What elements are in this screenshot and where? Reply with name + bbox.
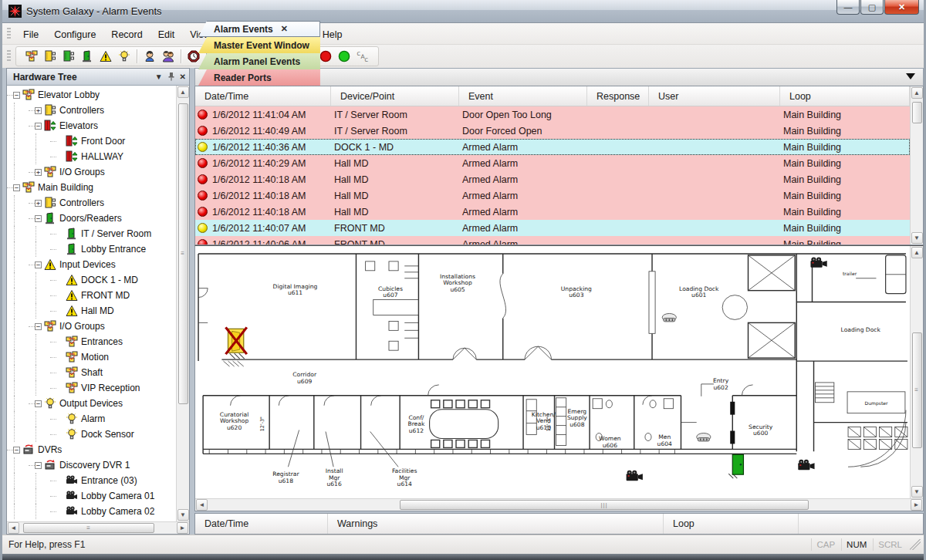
menu-edit[interactable]: Edit	[150, 26, 183, 43]
tree-expander-icon[interactable]: +	[35, 107, 42, 114]
alarm-door-icon[interactable]	[225, 327, 246, 359]
floorplan-horizontal-scrollbar[interactable]: ◄ ||| ►	[195, 498, 923, 511]
event-row[interactable]: 1/6/2012 11:40:29 AMHall MDArmed AlarmMa…	[195, 155, 910, 171]
tree-item-entrances[interactable]: Entrances	[7, 334, 176, 349]
output-bulb-icon[interactable]	[115, 48, 133, 65]
pin-icon[interactable]	[167, 72, 175, 83]
io-groups-icon[interactable]	[22, 48, 41, 65]
warnings-col-warnings[interactable]: Warnings	[328, 514, 664, 534]
event-row[interactable]: 1/6/2012 11:40:49 AMIT / Server RoomDoor…	[195, 123, 910, 139]
event-row[interactable]: 1/6/2012 11:40:07 AMFRONT MDArmed AlarmM…	[195, 220, 910, 236]
controller-green-icon[interactable]	[59, 48, 78, 65]
camera-icon[interactable]	[627, 471, 643, 481]
events-col-device-point[interactable]: Device/Point	[331, 86, 459, 106]
tree-item-elevators[interactable]: −Elevators	[7, 118, 176, 133]
camera-icon[interactable]	[810, 257, 826, 267]
tree-expander-icon[interactable]: +	[35, 169, 42, 176]
tree-expander-icon[interactable]: −	[35, 215, 42, 222]
camera-icon[interactable]	[798, 460, 814, 470]
tree-expander-icon[interactable]: −	[35, 261, 42, 268]
warnings-col-loop[interactable]: Loop	[664, 514, 799, 534]
minimize-button[interactable]: —	[836, 0, 860, 15]
tree-vertical-scrollbar[interactable]: ▲ ≡ ▼	[176, 86, 189, 521]
tab-close-icon[interactable]: ✕	[281, 24, 288, 34]
tree-item-main-building[interactable]: −Main Building	[7, 180, 176, 195]
scroll-up-icon[interactable]: ▲	[911, 87, 923, 99]
tree-expander-icon[interactable]: −	[35, 123, 42, 130]
event-row[interactable]: 1/6/2012 11:40:18 AMHall MDArmed AlarmMa…	[195, 171, 910, 187]
floorplan-drawing[interactable]: Digital Imagingu611Cubiclesu607Installat…	[195, 246, 910, 498]
tab-master-event-window[interactable]: Master Event Window	[198, 37, 320, 53]
cac-icon[interactable]: CAC	[353, 48, 372, 65]
scroll-down-icon[interactable]: ▼	[911, 232, 923, 244]
tree-item-shaft[interactable]: Shaft	[7, 365, 176, 380]
event-row[interactable]: 1/6/2012 11:40:36 AMDOCK 1 - MDArmed Ala…	[195, 139, 910, 155]
scroll-left-icon[interactable]: ◄	[196, 499, 208, 511]
tree-item-dock-1-md[interactable]: DOCK 1 - MD	[7, 272, 176, 288]
event-row[interactable]: 1/6/2012 11:40:18 AMHall MDArmed AlarmMa…	[195, 204, 910, 220]
tree-horizontal-scrollbar[interactable]: ◄ ≡ ►	[7, 521, 189, 534]
close-icon[interactable]: ✕	[180, 73, 186, 81]
tree-item-i-o-groups[interactable]: +I/O Groups	[7, 164, 176, 180]
scroll-down-icon[interactable]: ▼	[177, 509, 189, 521]
tree-item-discovery-dvr-1[interactable]: −Discovery DVR 1	[7, 457, 176, 473]
chevron-down-icon[interactable]: ▼	[155, 73, 163, 81]
operators-icon[interactable]	[159, 48, 177, 65]
events-vertical-scrollbar[interactable]: ▲ ▼	[910, 86, 923, 245]
tree-scrollbar-thumb[interactable]: ≡	[178, 103, 188, 404]
tree-item-entrance-03[interactable]: Entrance (03)	[7, 473, 176, 488]
tree-expander-icon[interactable]: −	[35, 462, 42, 469]
tree-expander-icon[interactable]: −	[35, 400, 42, 407]
tree-item-input-devices[interactable]: −Input Devices	[7, 257, 176, 272]
scroll-right-icon[interactable]: ►	[177, 522, 188, 534]
event-row[interactable]: 1/6/2012 11:40:06 AMFRONT MDArmed AlarmM…	[195, 236, 910, 245]
tree-item-controllers[interactable]: +Controllers	[7, 195, 176, 211]
resize-grip-icon[interactable]	[910, 539, 921, 550]
smoke-icon[interactable]	[697, 433, 711, 441]
controller-yellow-icon[interactable]	[41, 48, 59, 65]
floorplan-vscrollbar-thumb[interactable]: ≡	[912, 332, 922, 448]
tree-item-i-o-groups[interactable]: −I/O Groups	[7, 319, 176, 334]
tree-expander-icon[interactable]: +	[35, 200, 42, 207]
tree-expander-icon[interactable]: −	[13, 92, 20, 99]
tree-hscrollbar-thumb[interactable]: ≡	[23, 523, 154, 533]
events-col-loop[interactable]: Loop	[780, 86, 910, 106]
tree-item-lobby-entrance[interactable]: Lobby Entrance	[7, 241, 176, 257]
tree-item-output-devices[interactable]: −Output Devices	[7, 396, 176, 411]
restore-button[interactable]: ▢	[860, 0, 884, 15]
tree-expander-icon[interactable]: −	[13, 184, 20, 191]
tree-item-vip-reception[interactable]: VIP Reception	[7, 380, 176, 396]
tree-item-lobby-camera-01[interactable]: Lobby Camera 01	[7, 488, 176, 504]
menu-configure[interactable]: Configure	[46, 26, 103, 43]
tree-item-motion[interactable]: Motion	[7, 349, 176, 365]
input-warning-icon[interactable]	[96, 48, 115, 65]
tree-expander-icon[interactable]: −	[35, 323, 42, 330]
scroll-up-icon[interactable]: ▲	[177, 86, 189, 98]
tree-item-front-door[interactable]: Front Door	[7, 133, 176, 149]
tree-item-controllers[interactable]: +Controllers	[7, 103, 176, 118]
floorplan-vertical-scrollbar[interactable]: ▲ ≡ ▼	[910, 246, 923, 498]
go-icon[interactable]	[335, 48, 353, 65]
tree-item-hall-md[interactable]: Hall MD	[7, 303, 176, 319]
tree-item-doors-readers[interactable]: −Doors/Readers	[7, 211, 176, 226]
green-door-icon[interactable]	[728, 454, 743, 478]
tree-item-dvrs[interactable]: −DVRs	[7, 442, 176, 457]
tree-item-lobby-camera-02[interactable]: Lobby Camera 02	[7, 504, 176, 519]
scroll-down-icon[interactable]: ▼	[911, 486, 923, 498]
close-button[interactable]: ✕	[884, 0, 919, 15]
scroll-left-icon[interactable]: ◄	[8, 522, 19, 534]
menu-record[interactable]: Record	[103, 26, 150, 43]
smoke-icon[interactable]	[662, 313, 676, 321]
tab-alarm-events[interactable]: Alarm Events✕	[198, 21, 320, 37]
tree-item-alarm[interactable]: Alarm	[7, 411, 176, 427]
events-scrollbar-thumb[interactable]	[912, 102, 922, 123]
tab-reader-ports[interactable]: Reader Ports	[198, 69, 320, 86]
tab-alarm-panel-events[interactable]: Alarm Panel Events	[198, 53, 320, 69]
reader-door-icon[interactable]	[78, 48, 96, 65]
tree-item-front-md[interactable]: FRONT MD	[7, 288, 176, 303]
tree-item-hallway[interactable]: HALLWAY	[7, 149, 176, 164]
events-col-response[interactable]: Response	[587, 86, 649, 106]
event-row[interactable]: 1/6/2012 11:40:18 AMHall MDArmed AlarmMa…	[195, 187, 910, 204]
events-col-event[interactable]: Event	[459, 86, 587, 106]
events-col-user[interactable]: User	[649, 86, 780, 106]
